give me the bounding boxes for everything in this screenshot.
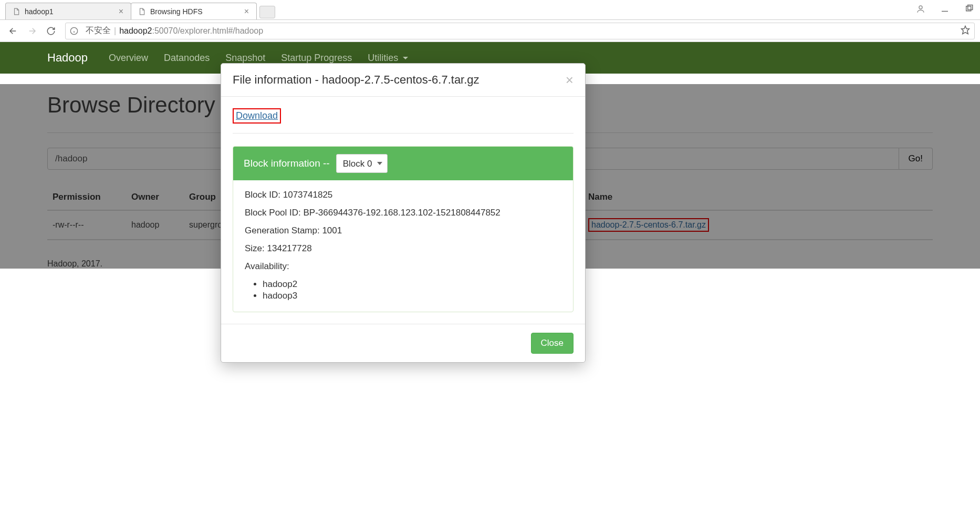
availability-label: Availability:	[245, 261, 561, 272]
modal-title: File information - hadoop-2.7.5-centos-6…	[233, 73, 479, 87]
separator: |	[114, 26, 116, 36]
close-icon[interactable]: ×	[566, 73, 574, 87]
file-info-modal: File information - hadoop-2.7.5-centos-6…	[221, 63, 586, 363]
modal-header: File information - hadoop-2.7.5-centos-6…	[221, 64, 585, 97]
svg-rect-3	[968, 5, 973, 10]
panel-body: Block ID: 1073741825 Block Pool ID: BP-3…	[233, 180, 573, 312]
url-host: hadoop2	[119, 26, 152, 36]
close-button[interactable]: Close	[531, 333, 574, 354]
file-icon	[12, 7, 20, 16]
svg-marker-7	[962, 26, 969, 34]
nav-datanodes[interactable]: Datanodes	[164, 53, 210, 64]
close-icon[interactable]: ×	[243, 7, 250, 16]
url-rest: :50070/explorer.html#/hadoop	[152, 26, 263, 36]
tab-hadoop1[interactable]: hadoop1 ×	[5, 3, 131, 19]
block-info-panel: Block information -- Block 0 Block ID: 1…	[233, 146, 574, 312]
generation-stamp: Generation Stamp: 1001	[245, 225, 561, 236]
bookmark-star-icon[interactable]	[961, 25, 970, 37]
nav-snapshot[interactable]: Snapshot	[225, 53, 265, 64]
new-tab-button[interactable]	[259, 6, 275, 18]
info-icon	[70, 27, 81, 35]
nav-startup-progress[interactable]: Startup Progress	[281, 53, 352, 64]
maximize-icon[interactable]	[964, 4, 974, 14]
window-controls	[916, 4, 974, 14]
nav-utilities[interactable]: Utilities	[368, 53, 408, 64]
availability-item: hadoop3	[263, 291, 561, 301]
download-link[interactable]: Download	[236, 110, 278, 121]
back-button[interactable]	[5, 23, 21, 39]
nav-overview[interactable]: Overview	[109, 53, 148, 64]
chevron-down-icon	[403, 57, 408, 59]
close-icon[interactable]: ×	[118, 7, 124, 16]
brand[interactable]: Hadoop	[47, 51, 88, 65]
svg-point-0	[919, 6, 922, 9]
reload-button[interactable]	[43, 23, 59, 39]
tab-title: Browsing HDFS	[150, 7, 243, 16]
address-bar: 不安全 | hadoop2:50070/explorer.html#/hadoo…	[0, 20, 980, 42]
availability-item: hadoop2	[263, 279, 561, 290]
block-info-label: Block information --	[244, 158, 330, 169]
block-select[interactable]: Block 0	[336, 154, 388, 173]
download-row: Download	[233, 108, 574, 134]
panel-header: Block information -- Block 0	[233, 147, 573, 180]
block-pool-id: Block Pool ID: BP-366944376-192.168.123.…	[245, 208, 561, 218]
tab-browsing-hdfs[interactable]: Browsing HDFS ×	[131, 3, 257, 19]
block-size: Size: 134217728	[245, 243, 561, 254]
insecure-label: 不安全	[86, 25, 111, 36]
omnibox[interactable]: 不安全 | hadoop2:50070/explorer.html#/hadoo…	[65, 23, 975, 39]
modal-footer: Close	[221, 324, 585, 362]
file-icon	[138, 7, 146, 16]
svg-rect-2	[966, 6, 971, 11]
user-icon[interactable]	[916, 4, 925, 14]
minimize-icon[interactable]	[940, 4, 950, 14]
availability-list: hadoop2 hadoop3	[263, 279, 561, 301]
tab-title: hadoop1	[25, 7, 118, 16]
modal-body: Download Block information -- Block 0 Bl…	[221, 97, 585, 324]
forward-button[interactable]	[24, 23, 40, 39]
block-id: Block ID: 1073741825	[245, 190, 561, 200]
tab-bar: hadoop1 × Browsing HDFS ×	[0, 0, 980, 20]
